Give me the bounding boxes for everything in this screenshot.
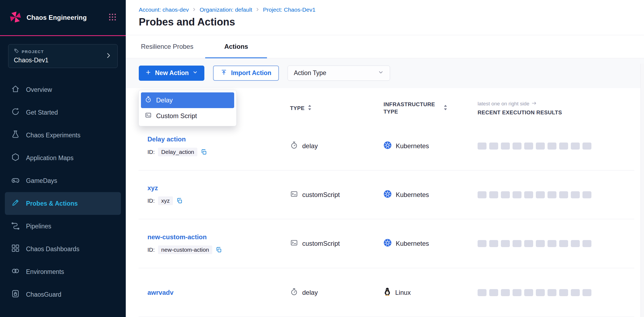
execution-result-placeholder	[489, 143, 498, 150]
menu-item-custom-script[interactable]: Custom Script	[141, 108, 234, 124]
execution-result-placeholder	[501, 191, 510, 198]
execution-result-placeholder	[582, 143, 591, 150]
action-type-cell: customScript	[290, 239, 384, 248]
chevron-right-icon	[192, 7, 196, 13]
flask-icon	[11, 130, 20, 141]
infrastructure-text: Kubernetes	[396, 191, 429, 199]
sidebar-item-probes-actions[interactable]: Probes & Actions	[5, 192, 121, 215]
sort-icon[interactable]	[444, 105, 447, 112]
execution-result-placeholder	[501, 240, 510, 247]
scrollbar[interactable]	[640, 64, 644, 317]
execution-result-placeholder	[559, 289, 568, 296]
table-row: new-custom-action ID: new-custom-action	[126, 219, 644, 268]
import-action-label: Import Action	[231, 69, 271, 77]
toolbar: New Action Import Action Action Type	[126, 58, 644, 88]
action-type-select[interactable]: Action Type	[288, 66, 390, 81]
sidebar-item-label: ChaosGuard	[26, 291, 61, 298]
sidebar-item-environments[interactable]: Environments	[5, 260, 121, 283]
brand: Chaos Engineering	[9, 10, 87, 25]
action-name-cell: Delay action ID: Delay_action	[139, 135, 290, 156]
sidebar-item-label: Probes & Actions	[26, 200, 78, 207]
execution-result-placeholder	[559, 191, 568, 198]
project-selector[interactable]: PROJECT Chaos-Dev1	[8, 44, 118, 68]
import-action-button[interactable]: Import Action	[213, 66, 279, 81]
sidebar-item-get-started[interactable]: Get Started	[5, 101, 121, 124]
sidebar-item-label: Application Maps	[26, 154, 73, 162]
sidebar-item-chaos-experiments[interactable]: Chaos Experiments	[5, 124, 121, 147]
copy-icon[interactable]	[201, 149, 207, 155]
sidebar-item-application-maps[interactable]: Application Maps	[5, 147, 121, 169]
execution-result-placeholder	[559, 143, 568, 150]
sort-icon[interactable]	[308, 105, 311, 112]
infrastructure-cell: Kubernetes	[384, 141, 478, 151]
menu-item-delay[interactable]: Delay	[141, 92, 234, 108]
action-name-link[interactable]: awrvadv	[147, 289, 290, 296]
stopwatch-icon	[145, 96, 152, 105]
page-header: Account: chaos-dev Organization: default…	[126, 0, 644, 35]
id-label: ID:	[147, 149, 155, 155]
sidebar-item-label: Get Started	[26, 109, 58, 116]
infrastructure-text: Kubernetes	[396, 142, 429, 150]
sidebar-item-chaosguard[interactable]: ChaosGuard	[5, 283, 121, 306]
tab-resilience-probes[interactable]: Resilience Probes	[139, 35, 205, 58]
column-type: TYPE	[290, 105, 384, 112]
sidebar-item-overview[interactable]: Overview	[5, 78, 121, 101]
copy-icon[interactable]	[215, 247, 222, 253]
action-name-link[interactable]: new-custom-action	[147, 233, 290, 241]
stopwatch-icon	[290, 288, 298, 297]
copy-icon[interactable]	[176, 198, 183, 204]
breadcrumb-account[interactable]: Account: chaos-dev	[139, 7, 189, 13]
execution-result-placeholder	[501, 289, 510, 296]
action-id-chip: xyz	[158, 196, 173, 205]
id-label: ID:	[147, 247, 155, 253]
execution-results	[478, 240, 635, 247]
sidebar-item-label: Environments	[26, 268, 64, 276]
upload-icon	[221, 69, 227, 77]
action-type-text: customScript	[302, 191, 340, 199]
execution-result-placeholder	[513, 191, 521, 198]
execution-result-placeholder	[582, 289, 591, 296]
execution-result-placeholder	[536, 143, 545, 150]
execution-result-placeholder	[478, 143, 487, 150]
harness-logo-icon	[9, 10, 22, 25]
stopwatch-icon	[290, 141, 298, 151]
tab-bar: Resilience Probes Actions	[126, 35, 644, 58]
sidebar-item-label: Overview	[26, 86, 52, 93]
new-action-button[interactable]: New Action	[139, 66, 204, 81]
action-type-text: delay	[302, 142, 318, 150]
action-id-line: ID: new-custom-action	[147, 245, 290, 254]
action-name-link[interactable]: xyz	[147, 184, 290, 192]
gamepad-icon	[11, 175, 20, 186]
execution-result-placeholder	[501, 143, 510, 150]
sidebar-item-gamedays[interactable]: GameDays	[5, 169, 121, 192]
sidebar-item-chaos-dashboards[interactable]: Chaos Dashboards	[5, 238, 121, 260]
breadcrumb-organization[interactable]: Organization: default	[199, 7, 252, 13]
chevron-right-icon	[105, 52, 112, 60]
action-id-chip: new-custom-action	[158, 245, 212, 254]
arrow-right-icon	[532, 101, 537, 107]
column-infrastructure-label: INFRASTRUCTURE TYPE	[384, 101, 440, 115]
action-name-cell: xyz ID: xyz	[139, 184, 290, 205]
environments-icon	[11, 266, 20, 277]
breadcrumb-project[interactable]: Project: Chaos-Dev1	[263, 7, 315, 13]
action-type-value: Action Type	[294, 69, 326, 77]
recent-results-hint: latest one on right side	[478, 101, 537, 107]
action-id-line: ID: Delay_action	[147, 148, 290, 156]
main-content: Account: chaos-dev Organization: default…	[126, 0, 644, 317]
action-name-link[interactable]: Delay action	[147, 135, 290, 143]
dashboard-grid-icon	[11, 244, 20, 254]
sidebar-item-pipelines[interactable]: Pipelines	[5, 215, 121, 238]
tab-actions[interactable]: Actions	[205, 35, 267, 58]
module-grid-icon[interactable]	[108, 13, 117, 22]
execution-result-placeholder	[524, 289, 533, 296]
breadcrumb: Account: chaos-dev Organization: default…	[126, 0, 644, 13]
brand-title: Chaos Engineering	[27, 14, 87, 21]
execution-result-placeholder	[548, 143, 556, 150]
execution-result-placeholder	[489, 240, 498, 247]
kubernetes-icon	[384, 190, 392, 200]
column-infrastructure: INFRASTRUCTURE TYPE	[384, 101, 478, 115]
action-type-cell: customScript	[290, 190, 384, 200]
circular-arrow-icon	[11, 107, 20, 118]
infrastructure-cell: Kubernetes	[384, 239, 478, 248]
linux-icon	[384, 287, 391, 298]
